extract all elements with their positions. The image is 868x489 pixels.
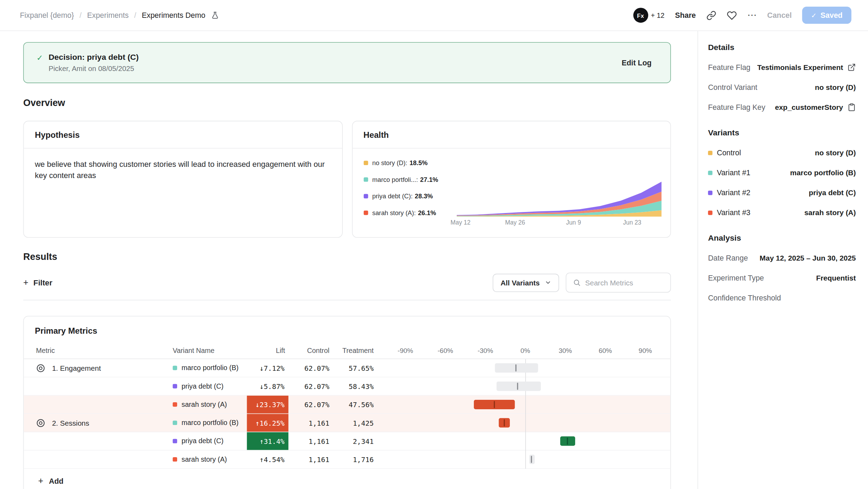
- variant-name: marco portfolio (B): [182, 364, 239, 372]
- detail-label: Feature Flag Key: [708, 103, 765, 112]
- confidence-interval-bar: [474, 400, 514, 409]
- variant-label: Variant #1: [717, 169, 751, 177]
- metric-name: 2. Sessions: [52, 419, 89, 427]
- legend-item: no story (D):18.5%: [363, 160, 456, 166]
- variants-heading: Variants: [708, 128, 856, 137]
- column-header-metric: Metric: [24, 347, 169, 354]
- column-header-variant: Variant Name: [169, 347, 247, 354]
- variants-list: Controlno story (D)Variant #1marco portf…: [708, 147, 856, 218]
- favorite-button[interactable]: [727, 10, 737, 20]
- axis-tick-label: 0%: [521, 347, 530, 354]
- check-icon: ✓: [37, 53, 43, 62]
- variant-row: Controlno story (D): [708, 147, 856, 158]
- saved-button[interactable]: ✓ Saved: [802, 7, 852, 24]
- variant-color-dot: [173, 402, 177, 407]
- variant-color-dot: [173, 457, 177, 462]
- lift-value: ↑4.54%: [247, 451, 289, 468]
- variant-row: Variant #1marco portfolio (B): [708, 167, 856, 178]
- external-link-icon[interactable]: [847, 63, 856, 72]
- table-row[interactable]: priya debt (C)↓5.87%62.07%58.43%: [24, 377, 670, 396]
- primary-metrics-card: Primary Metrics Metric Variant Name Lift…: [23, 316, 671, 489]
- health-legend: no story (D):18.5%marco portfoli...:27.1…: [363, 158, 456, 230]
- legend-label: priya debt (C):: [372, 193, 412, 199]
- primary-metrics-title: Primary Metrics: [24, 317, 670, 342]
- add-filter-button[interactable]: + Filter: [23, 278, 52, 287]
- cancel-button[interactable]: Cancel: [767, 11, 791, 20]
- analysis-heading: Analysis: [708, 233, 856, 242]
- clipboard-icon[interactable]: [847, 103, 856, 112]
- variant-name: marco portfolio (B): [182, 419, 239, 427]
- table-row[interactable]: priya debt (C)↑31.4%1,1612,341: [24, 432, 670, 451]
- more-menu-button[interactable]: ⋯: [747, 10, 757, 20]
- search-metrics-box[interactable]: [566, 272, 671, 292]
- target-icon: [36, 363, 45, 373]
- variants-dropdown[interactable]: All Variants: [493, 274, 559, 292]
- saved-label: Saved: [820, 11, 842, 20]
- legend-item: marco portfoli...:27.1%: [363, 176, 456, 183]
- axis-tick-label: Jun 9: [566, 219, 581, 226]
- treatment-value: 57.65%: [333, 359, 377, 377]
- treatment-value: 58.43%: [333, 377, 377, 395]
- table-row[interactable]: sarah story (A)↓23.37%62.07%47.56%: [24, 396, 670, 414]
- variant-color-dot: [173, 366, 177, 370]
- treatment-value: 1,716: [333, 451, 377, 468]
- table-row[interactable]: 1. Engagementmarco portfolio (B)↓7.12%62…: [24, 359, 670, 377]
- edit-log-button[interactable]: Edit Log: [622, 58, 652, 67]
- legend-value: 26.1%: [418, 210, 436, 216]
- confidence-interval-bar: [497, 382, 541, 391]
- variant-name: priya debt (C): [182, 437, 224, 445]
- lift-value: ↓23.37%: [247, 396, 289, 413]
- avatar[interactable]: Fx: [633, 8, 648, 23]
- analysis-row: Date RangeMay 12, 2025 – Jun 30, 2025: [708, 252, 856, 264]
- control-value: 1,161: [288, 414, 333, 432]
- breadcrumb-item[interactable]: Fixpanel {demo}: [20, 11, 74, 20]
- table-row[interactable]: sarah story (A)↑4.54%1,1611,716: [24, 451, 670, 469]
- point-estimate-tick: [517, 383, 518, 390]
- variant-name: sarah story (A): [182, 401, 227, 408]
- breadcrumb-item: Experiments Demo: [142, 11, 205, 20]
- analysis-label: Date Range: [708, 254, 748, 262]
- legend-value: 28.3%: [415, 193, 433, 199]
- variant-label: Variant #3: [717, 208, 751, 217]
- axis-tick-label: 60%: [599, 347, 612, 354]
- confidence-interval-bar: [560, 437, 575, 446]
- health-chart: May 12May 26Jun 9Jun 23: [456, 158, 661, 230]
- hypothesis-card: Hypothesis we believe that showing custo…: [23, 121, 342, 238]
- overview-heading: Overview: [23, 98, 671, 109]
- point-estimate-tick: [515, 364, 516, 372]
- plus-icon: +: [38, 476, 43, 485]
- share-button[interactable]: Share: [675, 11, 696, 20]
- breadcrumb-item[interactable]: Experiments: [87, 11, 129, 20]
- copy-link-button[interactable]: [706, 10, 716, 20]
- results-toolbar: + Filter All Variants: [23, 272, 671, 292]
- lift-value: ↓7.12%: [247, 359, 289, 377]
- add-metric-label: Add: [49, 477, 64, 485]
- health-x-labels: May 12May 26Jun 9Jun 23: [456, 219, 661, 230]
- variant-label: Variant #2: [717, 189, 751, 197]
- variant-name: priya debt (C): [182, 382, 224, 390]
- legend-label: marco portfoli...:: [372, 176, 418, 183]
- health-card: Health no story (D):18.5%marco portfoli.…: [352, 121, 671, 238]
- column-header-lift: Lift: [247, 347, 289, 354]
- table-row[interactable]: 2. Sessionsmarco portfolio (B)↑16.25%1,1…: [24, 414, 670, 432]
- heart-icon: [727, 10, 737, 20]
- metrics-table-header: Metric Variant Name Lift Control Treatme…: [24, 342, 670, 359]
- variant-row: Variant #2priya debt (C): [708, 187, 856, 198]
- axis-tick-label: 90%: [639, 347, 652, 354]
- filter-label: Filter: [34, 278, 52, 287]
- variant-color-dot: [173, 384, 177, 389]
- avatar-group[interactable]: Fx + 12: [633, 8, 665, 23]
- metric-name: 1. Engagement: [52, 364, 101, 372]
- analysis-row: Confidence Threshold: [708, 292, 856, 304]
- link-icon: [706, 10, 716, 20]
- lift-value: ↑31.4%: [247, 432, 289, 450]
- flask-icon: [211, 11, 219, 20]
- legend-label: no story (D):: [372, 160, 407, 166]
- axis-tick-label: May 26: [505, 219, 525, 226]
- add-metric-button[interactable]: + Add: [24, 469, 63, 489]
- decision-title: Decision: priya debt (C): [49, 52, 139, 61]
- top-bar: Fixpanel {demo}/Experiments/Experiments …: [0, 0, 868, 31]
- details-panel: Details Feature FlagTestimonials Experim…: [697, 31, 868, 489]
- search-metrics-input[interactable]: [585, 278, 664, 287]
- check-icon: ✓: [811, 11, 817, 19]
